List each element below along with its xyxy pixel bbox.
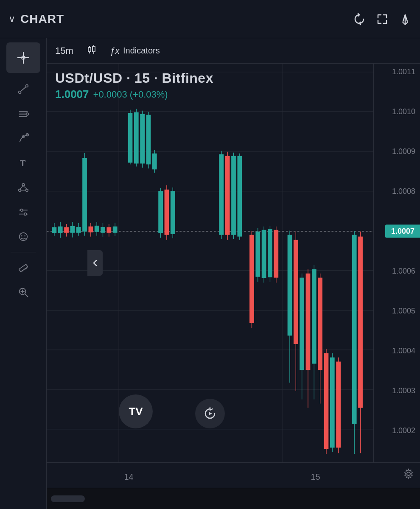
x-label-15: 15 — [311, 472, 320, 482]
chart-plot[interactable]: USDt/USD · 15 · Bitfinex 1.0007 +0.0003 … — [47, 64, 373, 462]
svg-rect-130 — [352, 235, 357, 424]
svg-rect-60 — [64, 227, 69, 233]
svg-rect-76 — [113, 227, 118, 233]
node-tool-button[interactable] — [8, 176, 38, 199]
svg-marker-133 — [209, 412, 212, 415]
svg-rect-39 — [92, 47, 95, 52]
gear-icon[interactable] — [403, 468, 414, 482]
line-tool-button[interactable] — [8, 78, 38, 100]
svg-line-17 — [20, 186, 23, 189]
replay-button[interactable] — [195, 399, 225, 428]
svg-line-31 — [26, 268, 26, 269]
crosshair-tool-button[interactable] — [6, 42, 40, 73]
svg-rect-104 — [255, 232, 260, 277]
chart-area: 15m ƒx Indicators — [47, 38, 420, 509]
svg-rect-132 — [358, 237, 363, 408]
price-change: +0.0003 (+0.03%) — [93, 89, 168, 100]
svg-rect-68 — [88, 227, 93, 232]
y-label: 1.0011 — [392, 67, 415, 76]
svg-point-26 — [24, 235, 25, 237]
svg-rect-36 — [88, 48, 91, 52]
y-label: 1.0009 — [392, 147, 415, 156]
sliders-tool-button[interactable] — [8, 201, 38, 223]
svg-point-10 — [26, 113, 28, 115]
refresh-button[interactable] — [353, 13, 366, 25]
x-label-14: 14 — [124, 472, 133, 482]
symbol-name: USDt/USD · 15 · Bitfinex — [55, 70, 213, 86]
svg-point-22 — [20, 209, 23, 212]
svg-rect-72 — [101, 227, 105, 233]
svg-rect-100 — [237, 156, 242, 237]
svg-rect-98 — [231, 156, 236, 235]
ruler-tool-button[interactable] — [8, 257, 38, 279]
svg-rect-62 — [70, 226, 75, 233]
bottom-strip — [47, 488, 420, 509]
chart-title: CHART — [20, 12, 64, 26]
emoji-tool-button[interactable] — [8, 226, 38, 248]
svg-rect-112 — [288, 235, 292, 336]
y-label: 1.0002 — [392, 426, 415, 435]
collapse-chevron-icon[interactable]: ∨ — [8, 14, 15, 25]
svg-rect-92 — [171, 191, 175, 234]
svg-rect-94 — [219, 154, 224, 235]
svg-rect-110 — [274, 230, 278, 278]
share-button[interactable] — [399, 13, 412, 25]
svg-line-18 — [23, 186, 27, 189]
svg-point-25 — [21, 235, 22, 237]
svg-rect-114 — [294, 240, 298, 344]
svg-rect-106 — [262, 230, 266, 278]
svg-rect-58 — [58, 227, 63, 233]
zoom-tool-button[interactable] — [8, 281, 38, 303]
tradingview-logo: TV — [119, 394, 153, 428]
text-lines-tool-button[interactable] — [8, 103, 38, 125]
scroll-indicator[interactable] — [51, 495, 85, 502]
candle-type-button[interactable] — [86, 44, 97, 58]
svg-rect-70 — [95, 226, 99, 232]
top-bar-right — [353, 13, 412, 25]
svg-rect-84 — [146, 115, 151, 165]
svg-rect-102 — [249, 235, 254, 323]
svg-rect-78 — [128, 113, 133, 163]
svg-rect-80 — [134, 112, 139, 164]
top-bar: ∨ CHART — [0, 0, 420, 38]
y-label-active: 1.0007 — [385, 224, 420, 238]
fx-icon: ƒx — [110, 45, 120, 56]
collapse-sidebar-button[interactable] — [87, 250, 103, 276]
svg-line-33 — [25, 294, 28, 297]
fullscreen-button[interactable] — [376, 13, 389, 25]
svg-rect-90 — [165, 190, 169, 235]
svg-rect-120 — [312, 269, 316, 364]
svg-point-134 — [407, 472, 410, 475]
svg-rect-108 — [268, 229, 272, 277]
main-layout: T — [0, 38, 420, 509]
chart-toolbar: 15m ƒx Indicators — [47, 38, 420, 64]
price-current: 1.0007 — [55, 88, 89, 101]
svg-rect-116 — [300, 278, 304, 370]
svg-line-29 — [23, 270, 24, 271]
y-label: 1.0003 — [392, 386, 415, 395]
y-label: 1.0010 — [392, 107, 415, 116]
svg-rect-88 — [158, 191, 163, 233]
text-tool-button[interactable]: T — [8, 152, 38, 174]
tv-logo-text: TV — [129, 405, 143, 418]
indicators-label: Indicators — [123, 46, 160, 56]
symbol-price-row: 1.0007 +0.0003 (+0.03%) — [55, 88, 213, 101]
y-axis: 1.00111.00101.00091.00081.00071.00061.00… — [373, 64, 420, 462]
svg-rect-124 — [324, 353, 329, 449]
indicators-button[interactable]: ƒx Indicators — [110, 45, 160, 56]
svg-point-14 — [22, 184, 25, 186]
svg-rect-86 — [152, 154, 157, 170]
y-label: 1.0005 — [392, 306, 415, 315]
timeframe-selector[interactable]: 15m — [55, 45, 73, 56]
y-label: 1.0008 — [392, 187, 415, 196]
svg-rect-122 — [318, 278, 322, 370]
svg-rect-96 — [225, 156, 230, 235]
svg-line-6 — [20, 87, 26, 91]
y-label: 1.0004 — [392, 346, 415, 355]
top-bar-left: ∨ CHART — [8, 12, 64, 26]
pencil-tool-button[interactable] — [8, 127, 38, 149]
svg-rect-74 — [106, 227, 111, 233]
svg-rect-118 — [306, 274, 311, 370]
left-toolbar: T — [0, 38, 47, 509]
chart-content: USDt/USD · 15 · Bitfinex 1.0007 +0.0003 … — [47, 64, 420, 462]
